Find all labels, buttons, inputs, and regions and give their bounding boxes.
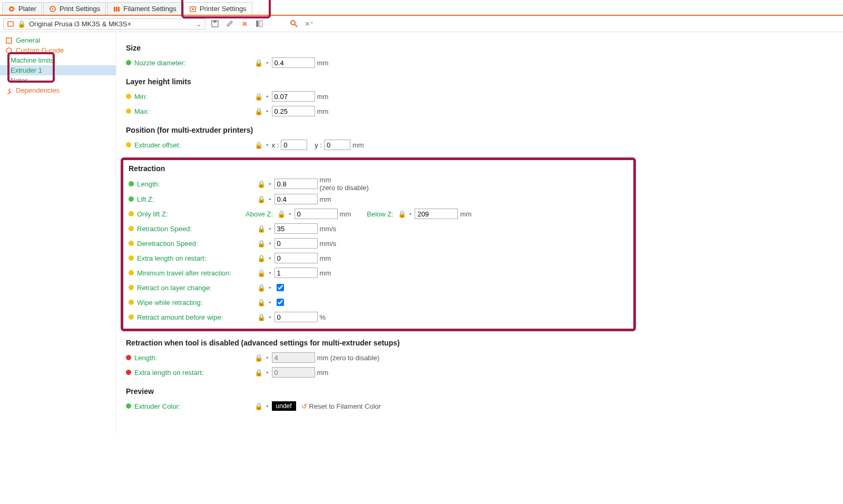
offset-unit: mm — [352, 141, 364, 149]
length-label: Length: — [137, 180, 257, 188]
wipe-label: Wipe while retracting: — [137, 299, 257, 307]
lock-icon[interactable]: 🔒 — [254, 141, 263, 149]
sidebar-extruder-label: Extruder 1 — [11, 66, 42, 74]
compare-icon[interactable] — [254, 18, 264, 29]
rspeed-label: Retraction Speed: — [137, 225, 257, 233]
svg-rect-12 — [256, 21, 259, 27]
layerchange-checkbox[interactable] — [277, 284, 284, 291]
tab-print-settings[interactable]: Print Settings — [43, 2, 106, 15]
color-swatch[interactable]: undef — [272, 401, 296, 411]
disabled-extra-unit: mm — [317, 369, 329, 377]
sidebar-gcode-label: Custom G-code — [16, 46, 64, 54]
svg-rect-11 — [213, 21, 217, 23]
reset-color-button[interactable]: ↺ Reset to Filament Color — [301, 402, 381, 410]
offset-y-input[interactable] — [324, 140, 350, 150]
tab-printer-label: Printer Settings — [200, 5, 247, 13]
sidebar-item-deps[interactable]: Dependencies — [0, 85, 116, 95]
lock-icon[interactable]: 🔒 — [254, 354, 263, 362]
lock-icon[interactable]: 🔒 — [257, 240, 266, 248]
amount-unit: % — [320, 313, 326, 321]
printer-icon — [189, 5, 197, 13]
sidebar-item-limits[interactable]: Machine limits — [0, 55, 116, 65]
rspeed-unit: mm/s — [320, 225, 337, 233]
liftz-input[interactable] — [275, 194, 318, 204]
bullet-icon: • — [266, 93, 269, 101]
svg-rect-9 — [8, 22, 13, 26]
bullet-icon: • — [266, 59, 269, 67]
above-unit: mm — [340, 210, 351, 218]
disabled-length-label: Length: — [134, 354, 254, 362]
tab-filament-settings[interactable]: Filament Settings — [107, 2, 182, 15]
dspeed-input[interactable] — [275, 238, 318, 249]
lock-icon[interactable]: 🔒 — [257, 254, 266, 262]
lock-icon[interactable]: 🔒 — [257, 313, 266, 321]
lock-icon[interactable]: 🔒 — [398, 210, 406, 218]
tab-printer-settings[interactable]: Printer Settings — [183, 2, 252, 15]
max-unit: mm — [317, 107, 329, 115]
lock-icon[interactable]: 🔒 — [277, 210, 286, 218]
mode-dot-icon — [129, 270, 134, 275]
wipe-checkbox[interactable] — [277, 299, 284, 306]
mode-dot-icon — [129, 241, 134, 246]
extra-input[interactable] — [275, 253, 318, 263]
row-amount: Retract amount before wipe: 🔒• % — [123, 310, 629, 324]
sidebar-item-notes[interactable]: Notes — [0, 75, 116, 85]
lock-icon[interactable]: 🔒 — [254, 93, 263, 101]
row-liftz: Lift Z: 🔒• mm — [123, 192, 629, 206]
search-icon[interactable] — [289, 18, 299, 29]
lock-icon[interactable]: 🔒 — [254, 369, 263, 377]
bullet-icon: • — [266, 354, 269, 362]
x-label: x : — [272, 141, 279, 149]
lock-icon[interactable]: 🔒 — [257, 195, 266, 203]
bullet-icon: • — [409, 210, 412, 218]
mode-dot-icon — [126, 370, 131, 375]
tab-filament-label: Filament Settings — [123, 5, 176, 13]
row-disabled-length: Length: 🔒• mm (zero to disable) — [126, 350, 834, 365]
plater-icon — [8, 5, 15, 13]
nozzle-input[interactable] — [272, 57, 315, 68]
min-input[interactable] — [272, 91, 315, 102]
above-label: Above Z: — [246, 210, 273, 218]
lock-icon[interactable]: 🔒 — [257, 225, 266, 233]
lock-icon[interactable]: 🔒 — [254, 59, 263, 67]
svg-rect-13 — [260, 21, 262, 27]
mintravel-input[interactable] — [275, 268, 318, 278]
max-input[interactable] — [272, 106, 315, 116]
offset-x-input[interactable] — [281, 140, 307, 150]
length-input[interactable] — [275, 179, 318, 189]
lock-icon[interactable]: 🔒 — [257, 269, 266, 277]
rename-icon[interactable] — [224, 18, 235, 29]
bullet-icon: • — [269, 240, 271, 248]
lock-icon[interactable]: 🔒 — [254, 107, 263, 115]
below-input[interactable] — [415, 209, 458, 219]
svg-line-15 — [295, 24, 297, 27]
lock-icon[interactable]: 🔒 — [257, 180, 266, 188]
tab-plater[interactable]: Plater — [2, 2, 42, 15]
sidebar-item-extruder[interactable]: Extruder 1 — [0, 65, 116, 75]
section-preview-title: Preview — [126, 387, 834, 396]
layerchange-label: Retract on layer change: — [137, 284, 257, 292]
mode-dot-icon — [126, 108, 131, 114]
amount-input[interactable] — [275, 312, 318, 322]
above-input[interactable] — [295, 209, 338, 219]
section-retraction-disabled-title: Retraction when tool is disabled (advanc… — [126, 339, 834, 347]
tab-print-label: Print Settings — [60, 5, 100, 13]
row-length: Length: 🔒• mm (zero to disable) — [123, 176, 629, 192]
mode-dot-icon — [126, 60, 131, 65]
settings-icon[interactable]: ✕° — [303, 18, 314, 29]
content: Size Nozzle diameter: 🔒• mm Layer height… — [116, 32, 843, 434]
rspeed-input[interactable] — [275, 223, 318, 234]
delete-icon[interactable]: ✕ — [239, 18, 250, 29]
mode-dot-icon — [126, 355, 131, 360]
lock-icon[interactable]: 🔒 — [257, 299, 266, 307]
top-tabs: Plater Print Settings Filament Settings … — [0, 0, 843, 16]
lock-icon[interactable]: 🔒 — [257, 284, 266, 292]
sidebar-item-gcode[interactable]: Custom G-code — [0, 45, 116, 55]
printer-icon — [5, 37, 13, 44]
save-icon[interactable] — [210, 18, 220, 29]
sidebar-item-general[interactable]: General — [0, 35, 116, 45]
bullet-icon: • — [269, 195, 271, 203]
lock-icon[interactable]: 🔒 — [254, 402, 263, 410]
sidebar-limits-label: Machine limits — [11, 56, 54, 64]
preset-selector[interactable]: 🔒 Original Prusa i3 MK3S & MK3S+ ⌄ — [3, 18, 205, 29]
